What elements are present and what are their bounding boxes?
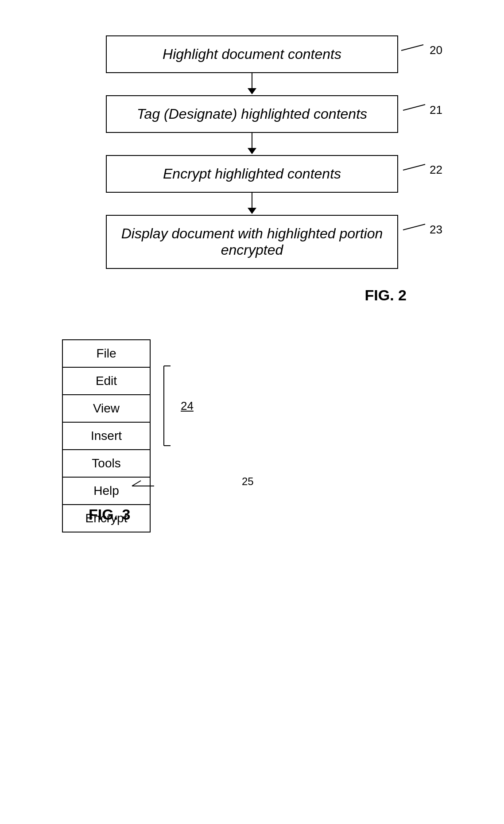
ref-20: 20 [430,43,442,57]
menu-item-insert[interactable]: Insert [63,423,150,450]
menu-item-encrypt[interactable]: Encrypt [63,505,150,532]
svg-line-2 [403,164,425,170]
svg-line-0 [401,45,423,51]
label-24: 24 [181,399,194,413]
flow-step-21: Tag (Designate) highlighted contents 21 [106,95,398,133]
svg-line-3 [403,224,425,230]
menu-item-edit-label: Edit [96,374,117,388]
ref-21: 21 [430,103,442,117]
fig2-section: Highlight document contents 20 Tag (Desi… [27,18,477,313]
menu-item-help[interactable]: Help [63,478,150,505]
step-21-box: Tag (Designate) highlighted contents [106,95,398,133]
flowchart: Highlight document contents 20 Tag (Desi… [86,35,418,269]
step-23-label: Display document with highlighted portio… [121,225,383,258]
menu-item-edit[interactable]: Edit [63,368,150,395]
ref-22: 22 [430,163,442,177]
menu-item-view[interactable]: View [63,395,150,423]
menu-item-tools-label: Tools [92,456,120,470]
svg-line-1 [403,105,425,110]
flow-step-23: Display document with highlighted portio… [106,215,398,269]
fig3-section: File Edit View Insert Tools Help [27,313,477,532]
step-20-label: Highlight document contents [163,46,341,62]
ref-23: 23 [430,223,442,237]
step-22-label: Encrypt highlighted contents [163,166,341,182]
step-20-box: Highlight document contents [106,35,398,73]
menu-area: File Edit View Insert Tools Help [62,339,442,532]
menu-item-file[interactable]: File [63,340,150,368]
step-23-box: Display document with highlighted portio… [106,215,398,269]
step-22-box: Encrypt highlighted contents [106,155,398,193]
menu-box: File Edit View Insert Tools Help [62,339,151,532]
menu-item-help-label: Help [93,484,119,498]
menu-item-view-label: View [93,401,120,415]
step-21-label: Tag (Designate) highlighted contents [137,106,367,122]
menu-item-tools[interactable]: Tools [63,450,150,478]
menu-item-file-label: File [96,346,116,360]
flow-step-22: Encrypt highlighted contents 22 [106,155,398,193]
fig2-label: FIG. 2 [97,287,407,304]
flow-step-20: Highlight document contents 20 [106,35,398,73]
menu-item-insert-label: Insert [91,429,122,443]
menu-item-encrypt-label: Encrypt [85,511,128,525]
